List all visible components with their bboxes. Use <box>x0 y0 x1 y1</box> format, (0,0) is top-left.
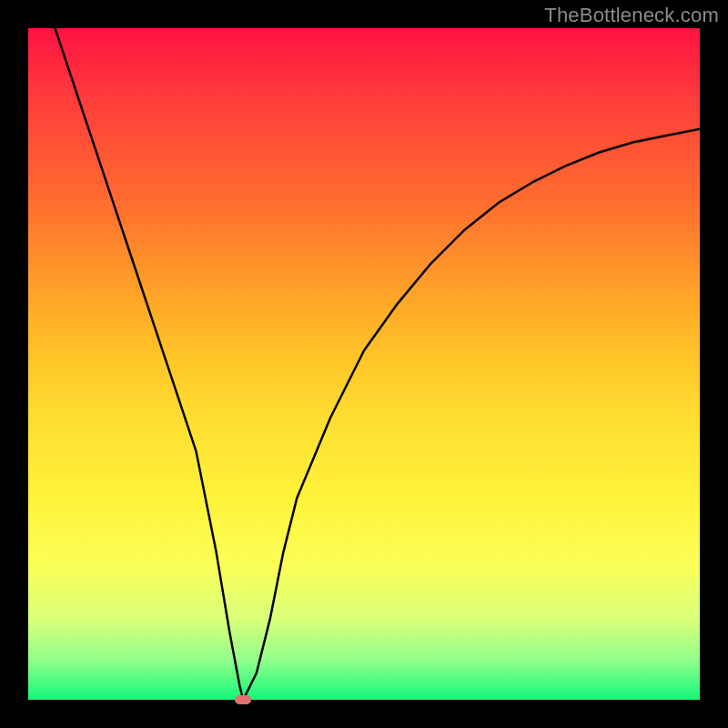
watermark-text: TheBottleneck.com <box>544 4 719 27</box>
curve-svg <box>28 28 700 700</box>
bottleneck-curve-path <box>56 28 701 700</box>
plot-area <box>28 28 700 700</box>
optimum-marker <box>235 695 251 704</box>
chart-frame: TheBottleneck.com <box>0 0 728 728</box>
